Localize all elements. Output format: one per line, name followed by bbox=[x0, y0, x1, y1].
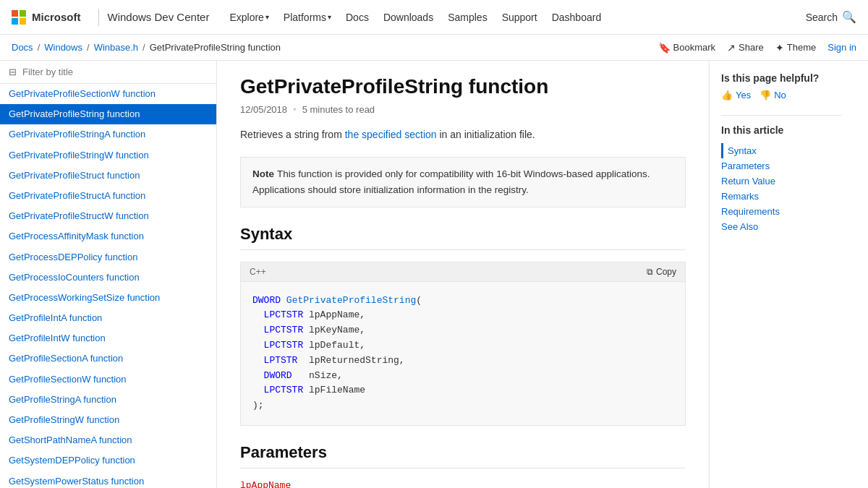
share-icon: ↗ bbox=[727, 42, 736, 53]
code-line-3: LPCTSTR lpKeyName, bbox=[252, 323, 673, 338]
toc-item-see-also[interactable]: See Also bbox=[721, 219, 842, 234]
ms-grid-cell-3 bbox=[12, 18, 18, 25]
code-block: C++ ⧉ Copy DWORD GetPrivateProfileString… bbox=[240, 262, 686, 426]
sidebar-item-0[interactable]: GetPrivateProfileSectionW function bbox=[0, 84, 216, 104]
search-button[interactable]: Search 🔍 bbox=[806, 10, 856, 24]
read-time: 5 minutes to read bbox=[302, 104, 375, 115]
no-button[interactable]: 👎 No bbox=[760, 90, 786, 100]
sidebar-item-3[interactable]: GetPrivateProfileStringW function bbox=[0, 145, 216, 166]
yes-button[interactable]: 👍 Yes bbox=[721, 90, 751, 100]
code-line-8: ); bbox=[252, 398, 673, 414]
toc-title: In this article bbox=[721, 124, 842, 136]
note-box: NoteThis function is provided only for c… bbox=[240, 157, 686, 207]
sidebar-item-17[interactable]: GetShortPathNameA function bbox=[0, 430, 216, 450]
filter-input[interactable] bbox=[22, 67, 208, 77]
breadcrumb-actions: 🔖 Bookmark ↗ Share ✦ Theme Sign in bbox=[658, 42, 856, 53]
toc-section: In this article SyntaxParametersReturn V… bbox=[721, 124, 842, 234]
sidebar-item-2[interactable]: GetPrivateProfileStringA function bbox=[0, 124, 216, 145]
sidebar-item-5[interactable]: GetPrivateProfileStructA function bbox=[0, 186, 216, 206]
thumbs-up-icon: 👍 bbox=[721, 90, 733, 100]
sidebar-items-list: GetPrivateProfileSectionW functionGetPri… bbox=[0, 84, 216, 488]
share-button[interactable]: ↗ Share bbox=[727, 42, 764, 53]
nav-link-support[interactable]: Support bbox=[496, 9, 543, 26]
breadcrumb-current: GetPrivateProfileString function bbox=[150, 42, 281, 53]
breadcrumb-windows[interactable]: Windows bbox=[44, 42, 82, 53]
sidebar-item-9[interactable]: GetProcessIoCounters function bbox=[0, 267, 216, 288]
sidebar-item-12[interactable]: GetProfileIntW function bbox=[0, 328, 216, 348]
code-line-2: LPCTSTR lpAppName, bbox=[252, 308, 673, 323]
microsoft-brand-label: Microsoft bbox=[32, 11, 81, 23]
nav-link-platforms[interactable]: Platforms ▾ bbox=[278, 9, 337, 26]
breadcrumb-bar: Docs / Windows / Winbase.h / GetPrivateP… bbox=[0, 35, 868, 61]
toc-item-parameters[interactable]: Parameters bbox=[721, 158, 842, 174]
nav-divider bbox=[98, 9, 99, 26]
helpful-section: Is this page helpful? 👍 Yes 👎 No bbox=[721, 72, 842, 100]
nav-link-explore[interactable]: Explore ▾ bbox=[224, 9, 274, 26]
copy-button[interactable]: ⧉ Copy bbox=[647, 267, 676, 277]
microsoft-logo[interactable]: Microsoft bbox=[12, 10, 81, 25]
meta-dot: • bbox=[293, 104, 297, 115]
sidebar-item-15[interactable]: GetProfileStringA function bbox=[0, 390, 216, 410]
sidebar-item-19[interactable]: GetSystemPowerStatus function bbox=[0, 471, 216, 488]
note-label: Note bbox=[252, 168, 274, 179]
sidebar-item-16[interactable]: GetProfileStringW function bbox=[0, 410, 216, 430]
nav-link-docs[interactable]: Docs bbox=[340, 9, 375, 26]
sidebar-item-6[interactable]: GetPrivateProfileStructW function bbox=[0, 206, 216, 226]
parameters-section: lpAppName The name of the section contai… bbox=[240, 480, 686, 488]
breadcrumb-winbase[interactable]: Winbase.h bbox=[94, 42, 138, 53]
theme-button[interactable]: ✦ Theme bbox=[775, 42, 816, 53]
copy-icon: ⧉ bbox=[647, 267, 653, 277]
sidebar-filter: ⊟ bbox=[0, 61, 216, 84]
sidebar-item-1[interactable]: GetPrivateProfileString function bbox=[0, 104, 216, 124]
sidebar-item-8[interactable]: GetProcessDEPPolicy function bbox=[0, 247, 216, 267]
breadcrumb-sep-2: / bbox=[87, 42, 90, 53]
ms-grid-cell-1 bbox=[12, 10, 18, 17]
parameters-title: Parameters bbox=[240, 443, 686, 468]
search-label: Search bbox=[806, 12, 838, 23]
code-lang: C++ bbox=[250, 267, 266, 277]
sidebar-item-13[interactable]: GetProfileSectionA function bbox=[0, 348, 216, 369]
toc-item-syntax[interactable]: Syntax bbox=[721, 143, 842, 158]
bookmark-icon: 🔖 bbox=[658, 42, 671, 53]
sidebar-item-7[interactable]: GetProcessAffinityMask function bbox=[0, 226, 216, 247]
breadcrumb-sep-1: / bbox=[38, 42, 41, 53]
filter-icon: ⊟ bbox=[9, 67, 17, 77]
param-name-1: lpAppName bbox=[240, 480, 686, 488]
chevron-down-icon-2: ▾ bbox=[328, 13, 331, 21]
site-name-label: Windows Dev Center bbox=[108, 11, 210, 23]
sidebar-item-4[interactable]: GetPrivateProfileStruct function bbox=[0, 166, 216, 186]
search-icon: 🔍 bbox=[842, 10, 856, 24]
code-line-7: LPCTSTR lpFileName bbox=[252, 383, 673, 398]
top-navigation: Microsoft Windows Dev Center Explore ▾ P… bbox=[0, 0, 868, 35]
main-content: GetPrivateProfileString function 12/05/2… bbox=[217, 61, 709, 488]
ms-grid-cell-2 bbox=[20, 10, 26, 17]
signin-link[interactable]: Sign in bbox=[827, 42, 856, 53]
page-meta: 12/05/2018 • 5 minutes to read bbox=[240, 104, 686, 115]
code-header: C++ ⧉ Copy bbox=[241, 262, 685, 282]
right-sidebar: Is this page helpful? 👍 Yes 👎 No In this… bbox=[709, 61, 854, 488]
helpful-title: Is this page helpful? bbox=[721, 72, 842, 84]
code-line-5: LPTSTR lpReturnedString, bbox=[252, 354, 673, 369]
breadcrumb-sep-3: / bbox=[142, 42, 145, 53]
sidebar-item-10[interactable]: GetProcessWorkingSetSize function bbox=[0, 288, 216, 308]
helpful-buttons: 👍 Yes 👎 No bbox=[721, 90, 842, 100]
page-summary: Retrieves a string from the specified se… bbox=[240, 127, 686, 142]
sidebar-item-14[interactable]: GetProfileSectionW function bbox=[0, 369, 216, 390]
summary-link[interactable]: the specified section bbox=[345, 129, 437, 140]
toc-item-remarks[interactable]: Remarks bbox=[721, 189, 842, 204]
bookmark-button[interactable]: 🔖 Bookmark bbox=[658, 42, 716, 53]
nav-link-samples[interactable]: Samples bbox=[442, 9, 493, 26]
sidebar-item-18[interactable]: GetSystemDEPPolicy function bbox=[0, 450, 216, 471]
nav-link-downloads[interactable]: Downloads bbox=[378, 9, 439, 26]
page-date: 12/05/2018 bbox=[240, 104, 287, 115]
code-line-4: LPCTSTR lpDefault, bbox=[252, 338, 673, 354]
nav-link-dashboard[interactable]: Dashboard bbox=[546, 9, 608, 26]
code-line-6: DWORD nSize, bbox=[252, 369, 673, 384]
toc-item-return-value[interactable]: Return Value bbox=[721, 174, 842, 189]
toc-item-requirements[interactable]: Requirements bbox=[721, 204, 842, 219]
sidebar-item-11[interactable]: GetProfileIntA function bbox=[0, 308, 216, 328]
syntax-title: Syntax bbox=[240, 225, 686, 250]
page-title: GetPrivateProfileString function bbox=[240, 75, 686, 98]
main-layout: ⊟ GetPrivateProfileSectionW functionGetP… bbox=[0, 61, 868, 488]
breadcrumb-docs[interactable]: Docs bbox=[12, 42, 33, 53]
